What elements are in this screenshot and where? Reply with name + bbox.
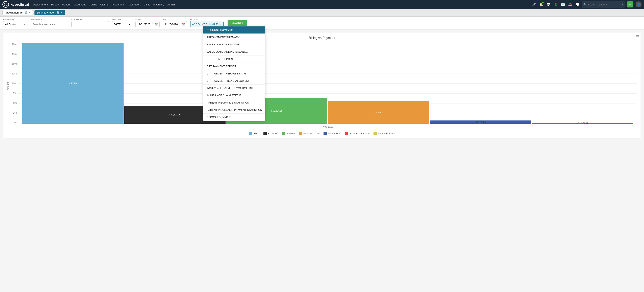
timeline-dropdown[interactable]: DATE ▾: [112, 21, 132, 27]
bar-3[interactable]: $49,5...: [328, 101, 429, 124]
y-axis-label: 25k: [10, 112, 17, 114]
search-button[interactable]: SEARCH: [228, 20, 247, 26]
chart-container: Billing vs Payment Amount 0k25k50k75k100…: [3, 33, 641, 138]
legend-label: Billed: [254, 132, 260, 135]
from-filter: FROM 11/01/2020 📅: [136, 19, 160, 27]
dollar-icon[interactable]: 💲: [553, 2, 559, 8]
tab-bar: Appointment list 🔄 ✕ Summary report 🔄 ✕: [0, 9, 644, 17]
message-icon[interactable]: 💭: [574, 2, 580, 8]
bar-label-3: $49,5...: [375, 111, 382, 114]
dropdown-item-account-summary[interactable]: ACCOUNT SUMMARY: [204, 27, 265, 34]
patient-search-input[interactable]: [588, 3, 622, 6]
location-input[interactable]: [73, 23, 107, 26]
nav-link-claims[interactable]: Claims: [99, 2, 110, 7]
y-axis: 0k25k50k75k100k125k150k175k200k: [10, 43, 18, 124]
calendar-icon[interactable]: 📅: [154, 23, 158, 26]
filter-bar: PROVIDER All Doctor ▾ INSURANCE LOCATION…: [0, 17, 644, 30]
chat-icon[interactable]: 💬: [546, 2, 552, 8]
nav-link-appointment[interactable]: Appointment: [32, 2, 50, 7]
nav-link-acct-report[interactable]: Acct report: [126, 2, 142, 7]
nav-link-coding[interactable]: Coding: [87, 2, 99, 7]
y-axis-title: Amount: [7, 82, 10, 90]
nav-link-accounting[interactable]: Accounting: [110, 2, 126, 7]
provider-filter: PROVIDER All Doctor ▾: [3, 19, 28, 27]
bar-label-1: $39,492.29: [169, 113, 180, 116]
nav-link-document[interactable]: Document: [72, 2, 87, 7]
tab-appointment-list[interactable]: Appointment list 🔄 ✕: [2, 10, 33, 15]
add-button[interactable]: +: [627, 2, 633, 8]
location-filter: LOCATION: [71, 19, 109, 27]
tab-summary-close-icon[interactable]: ✕: [61, 11, 63, 14]
chevron-down-icon: ▾: [622, 3, 623, 6]
to-date-container[interactable]: 11/25/2020 📅: [163, 21, 187, 27]
legend-item-allowed: Allowed: [282, 132, 295, 135]
chevron-down-icon: ▾: [129, 23, 130, 26]
tab-refresh-icon[interactable]: 🔄: [24, 11, 28, 14]
legend-item-expected: Expected: [264, 132, 278, 135]
dropdown-item-cpt-payment-trend(allowed)[interactable]: CPT PAYMENT TREND(ALLOWED): [204, 77, 265, 85]
dropdown-item-cpt-payment-report-by-tag[interactable]: CPT PAYMENT REPORT BY TAG: [204, 70, 265, 77]
legend-color: [249, 132, 252, 135]
dropdown-item-sales-outstanding-balance[interactable]: SALES OUTSTANDING BALANCE: [204, 48, 265, 56]
legend-color: [264, 132, 267, 135]
bars-container: $176,964$39,492.29$56,894.38$49,5...$6,8…: [18, 43, 637, 124]
option-value: ACCOUNT SUMMARY: [192, 23, 219, 26]
tab-summary-refresh-icon[interactable]: 🔄: [57, 11, 60, 14]
legend-label: Expected: [268, 132, 278, 135]
app-logo[interactable]: NovoClinical: [2, 1, 29, 8]
mic-icon[interactable]: 🎤: [531, 2, 537, 8]
provider-dropdown[interactable]: All Doctor ▾: [3, 21, 28, 27]
legend-color: [299, 132, 302, 135]
search-icon: 🔍: [583, 3, 586, 6]
nav-link-report[interactable]: Report: [50, 2, 61, 7]
nav-link-admin[interactable]: Admin: [166, 2, 176, 7]
dropdown-item-deposit-summary[interactable]: DEPOSIT SUMMARY: [204, 114, 265, 121]
nav-links: AppointmentReportPatientDocumentCodingCl…: [32, 3, 176, 6]
insurance-input-container[interactable]: [31, 21, 68, 27]
dropdown-item-patient-insurance-payment-statistics[interactable]: PATIENT INSURANCE PAYMENT STATISTICS: [204, 106, 265, 114]
location-input-container[interactable]: [71, 21, 109, 27]
dropdown-item-cpt-payment-report[interactable]: CPT PAYMENT REPORT: [204, 63, 265, 70]
legend-color: [374, 132, 377, 135]
insurance-search-input[interactable]: [32, 23, 66, 26]
bar-0[interactable]: $176,964: [22, 43, 124, 124]
download-icon[interactable]: 📥: [567, 2, 573, 8]
chart-legend: BilledExpectedAllowedInsurance PaidPatie…: [7, 130, 637, 135]
bar-5[interactable]: -$1,971.81: [532, 123, 633, 124]
from-date-value: 11/01/2020: [137, 23, 154, 26]
dropdown-item-sales-outstanding-net[interactable]: SALES OUTSTANDING NET: [204, 41, 265, 48]
mail-icon[interactable]: ✉️: [560, 2, 566, 8]
dropdown-item-cpt-count-report[interactable]: CPT COUNT REPORT: [204, 56, 265, 63]
bar-label-2: $56,894.38: [271, 110, 282, 112]
tab-close-icon[interactable]: ✕: [28, 11, 31, 14]
legend-item-patient-balance: Patient Balance: [374, 132, 395, 135]
patient-search-bar[interactable]: 🔍 ▾: [582, 1, 625, 8]
hamburger-menu[interactable]: ☰: [636, 34, 639, 39]
dropdown-item-insurance-claim-status[interactable]: INSURANCE CLAIM STATUS: [204, 92, 265, 99]
bar-label-0: $176,964: [68, 82, 78, 85]
from-date-container[interactable]: 11/01/2020 📅: [136, 21, 160, 27]
option-filter: OPTION ACCOUNT SUMMARY ▾: [190, 19, 224, 27]
timeline-label: TIMELINE: [112, 19, 132, 21]
dropdown-item-insurance-payment-avg-timeline[interactable]: INSURANCE PAYMENT AVG TIMELINE: [204, 85, 265, 92]
app-name: NovoClinical: [10, 3, 29, 6]
provider-label: PROVIDER: [3, 19, 28, 21]
tab-summary-report[interactable]: Summary report 🔄 ✕: [34, 10, 65, 15]
dropdown-item-appointment-summary[interactable]: APPOINTMENT SUMMARY: [204, 34, 265, 41]
notifications-icon[interactable]: 🔔: [538, 2, 544, 8]
nav-icon-bar: 🎤 🔔 💬 💲 ✉️ 📥 💭 🔍 ▾ + 👤: [531, 1, 642, 8]
calendar-icon[interactable]: 📅: [182, 23, 185, 26]
nav-link-clinic[interactable]: Clinic: [142, 2, 152, 7]
nav-link-patient[interactable]: Patient: [61, 2, 72, 7]
dropdown-item-patient-insurance-statistics[interactable]: PATIENT INSURANCE STATISTICS: [204, 99, 265, 106]
bar-label-4: $6,812.84: [476, 121, 486, 123]
y-axis-label: 200k: [10, 43, 17, 45]
tab-appointment-list-label: Appointment list: [5, 11, 24, 14]
legend-color: [282, 132, 285, 135]
x-axis: Nov 2020: [18, 124, 637, 130]
avatar[interactable]: 👤: [636, 2, 642, 8]
chevron-down-icon: ▾: [220, 23, 222, 26]
nav-link-inventory[interactable]: Inventory: [152, 2, 166, 7]
option-label: OPTION: [190, 19, 224, 21]
bar-4[interactable]: $6,812.84: [430, 120, 531, 124]
